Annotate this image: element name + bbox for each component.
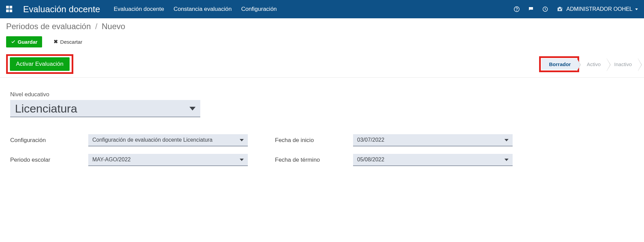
status-row: Activar Evaluación Borrador Activo Inact… bbox=[0, 50, 644, 78]
top-navbar: Evaluación docente Evaluación docente Co… bbox=[0, 0, 644, 18]
fecha-inicio-label: Fecha de inicio bbox=[275, 137, 353, 144]
save-button[interactable]: Guardar bbox=[6, 36, 42, 47]
nav-item-constancia[interactable]: Constancia evaluación bbox=[173, 6, 232, 13]
breadcrumb: Periodos de evaluación / Nuevo bbox=[6, 22, 638, 31]
status-step-borrador[interactable]: Borrador bbox=[541, 59, 577, 70]
dropdown-icon bbox=[240, 139, 244, 141]
dropdown-icon bbox=[240, 159, 244, 161]
nav-menu: Evaluación docente Constancia evaluación… bbox=[114, 6, 277, 13]
fecha-termino-label: Fecha de término bbox=[275, 157, 353, 163]
brand-title[interactable]: Evaluación docente bbox=[23, 4, 100, 15]
dropdown-icon bbox=[504, 159, 509, 161]
chat-icon[interactable] bbox=[528, 6, 534, 13]
breadcrumb-current: Nuevo bbox=[102, 22, 125, 31]
nav-item-configuracion[interactable]: Configuración bbox=[241, 6, 277, 13]
user-name: ADMINISTRADOR OOHEL bbox=[566, 6, 632, 12]
svg-point-1 bbox=[517, 11, 517, 11]
nivel-educativo-select[interactable]: Licenciatura bbox=[10, 100, 200, 117]
user-menu[interactable]: ADMINISTRADOR OOHEL bbox=[556, 6, 638, 13]
status-bar: Borrador Activo Inactivo bbox=[539, 56, 638, 72]
fecha-termino-value: 05/08/2022 bbox=[357, 157, 384, 163]
nivel-educativo-label: Nivel educativo bbox=[10, 91, 506, 98]
periodo-escolar-value: MAY-AGO/2022 bbox=[92, 157, 131, 163]
help-icon[interactable] bbox=[513, 6, 520, 13]
breadcrumb-separator: / bbox=[95, 22, 97, 31]
periodo-escolar-label: Periodo escolar bbox=[10, 157, 88, 163]
control-panel: Periodos de evaluación / Nuevo Guardar ✖… bbox=[0, 18, 644, 47]
close-icon: ✖ bbox=[54, 39, 58, 45]
form-sheet: Nivel educativo Licenciatura Configuraci… bbox=[0, 78, 516, 180]
breadcrumb-root[interactable]: Periodos de evaluación bbox=[6, 22, 91, 31]
apps-icon[interactable] bbox=[6, 6, 13, 13]
check-icon bbox=[11, 39, 16, 44]
fecha-inicio-value: 03/07/2022 bbox=[357, 137, 384, 143]
configuracion-value: Configuración de evaluación docente Lice… bbox=[92, 137, 213, 143]
camera-icon bbox=[556, 6, 564, 13]
status-step-activo[interactable]: Activo bbox=[579, 59, 607, 70]
dropdown-icon bbox=[189, 107, 196, 110]
discard-button-label: Descartar bbox=[60, 39, 82, 45]
status-step-inactivo[interactable]: Inactivo bbox=[607, 59, 638, 70]
save-button-label: Guardar bbox=[18, 39, 37, 45]
fecha-termino-field[interactable]: 05/08/2022 bbox=[353, 154, 513, 166]
discard-button[interactable]: ✖ Descartar bbox=[49, 36, 87, 47]
activity-icon[interactable] bbox=[542, 6, 549, 13]
fecha-inicio-field[interactable]: 03/07/2022 bbox=[353, 134, 513, 146]
caret-down-icon bbox=[635, 8, 638, 10]
configuracion-select[interactable]: Configuración de evaluación docente Lice… bbox=[88, 134, 248, 146]
nivel-educativo-value: Licenciatura bbox=[15, 102, 77, 115]
periodo-escolar-select[interactable]: MAY-AGO/2022 bbox=[88, 154, 248, 166]
activate-evaluation-button[interactable]: Activar Evaluación bbox=[10, 57, 70, 71]
nav-item-evaluacion[interactable]: Evaluación docente bbox=[114, 6, 164, 13]
configuracion-label: Configuración bbox=[10, 137, 88, 144]
svg-point-3 bbox=[559, 8, 561, 10]
highlight-activate: Activar Evaluación bbox=[6, 54, 73, 74]
highlight-status-borrador: Borrador bbox=[539, 56, 579, 72]
dropdown-icon bbox=[504, 139, 509, 141]
